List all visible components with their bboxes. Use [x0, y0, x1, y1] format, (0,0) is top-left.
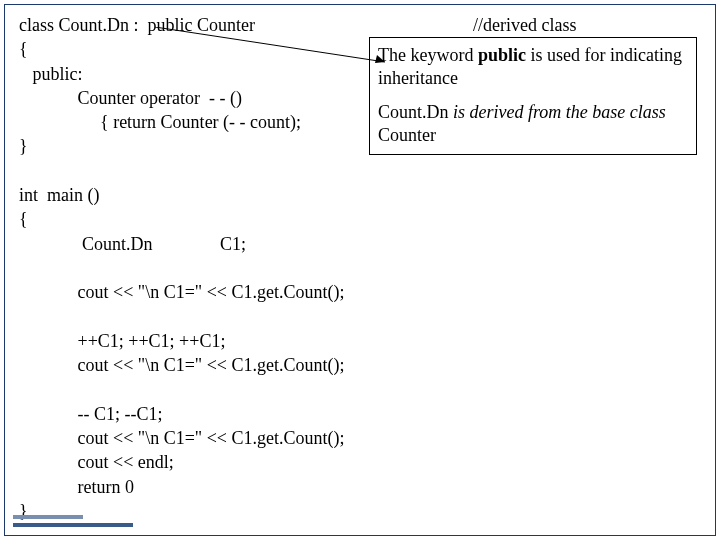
code-line: { return Counter (- - count); — [19, 112, 301, 132]
code-line: { — [19, 39, 28, 59]
callout-line-1: The keyword public is used for indicatin… — [378, 44, 688, 91]
code-line: { — [19, 209, 28, 229]
info-callout: The keyword public is used for indicatin… — [369, 37, 697, 155]
callout-keyword: public — [478, 45, 526, 65]
code-line: } — [19, 136, 28, 156]
code-comment: //derived class — [473, 15, 576, 35]
callout-text: The keyword — [378, 45, 478, 65]
corner-decoration — [13, 501, 153, 529]
callout-line-2: Count.Dn is derived from the base class … — [378, 101, 688, 148]
code-line: class Count.Dn : public Counter — [19, 15, 255, 35]
code-line: Count.Dn C1; — [19, 234, 246, 254]
slide: class Count.Dn : public Counter//derived… — [0, 0, 720, 540]
code-line: cout << "\n C1=" << C1.get.Count(); — [19, 282, 344, 302]
callout-classname: Counter — [378, 125, 436, 145]
code-line: cout << endl; — [19, 452, 174, 472]
code-line: Counter operator - - () — [19, 88, 242, 108]
callout-classname: Count.Dn — [378, 102, 453, 122]
callout-text: is derived from the base class — [453, 102, 666, 122]
code-line: -- C1; --C1; — [19, 404, 163, 424]
code-line: return 0 — [19, 477, 134, 497]
code-line: int main () — [19, 185, 99, 205]
code-line: ++C1; ++C1; ++C1; — [19, 331, 225, 351]
slide-border: class Count.Dn : public Counter//derived… — [4, 4, 716, 536]
code-line: cout << "\n C1=" << C1.get.Count(); — [19, 355, 344, 375]
code-line: public: — [19, 64, 83, 84]
code-line: cout << "\n C1=" << C1.get.Count(); — [19, 428, 344, 448]
